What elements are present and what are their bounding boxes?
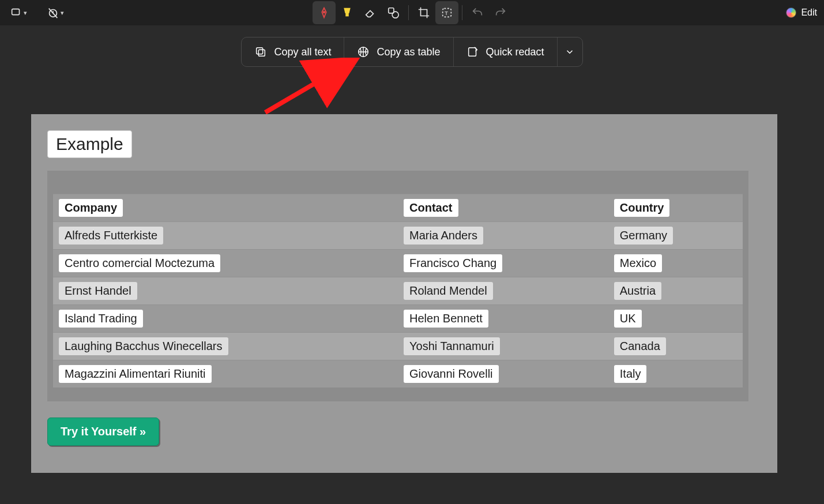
col-header-company: Company — [59, 199, 123, 217]
shapes-tool[interactable] — [382, 1, 405, 24]
try-it-yourself-button[interactable]: Try it Yourself » — [47, 418, 159, 446]
palette-icon — [786, 7, 796, 18]
edit-button[interactable]: Edit — [786, 7, 817, 18]
cell-country: Canada — [614, 337, 666, 355]
quick-redact-button[interactable]: Quick redact — [453, 37, 557, 66]
example-heading: Example — [47, 130, 132, 158]
table-row: Laughing Bacchus Winecellars Yoshi Tanna… — [53, 333, 743, 360]
quick-redact-dropdown[interactable] — [557, 37, 582, 66]
sample-table: Company Contact Country Alfreds Futterki… — [53, 194, 743, 388]
cell-country: Mexico — [614, 254, 662, 272]
edit-label: Edit — [801, 7, 817, 18]
svg-point-7 — [392, 12, 398, 18]
cell-company: Ernst Handel — [59, 282, 137, 300]
top-toolbar: ▾ ▾ T — [0, 0, 824, 25]
table-row: Magazzini Alimentari Riuniti Giovanni Ro… — [53, 360, 743, 388]
pen-tool[interactable] — [313, 1, 336, 24]
svg-text:T: T — [445, 10, 448, 16]
highlighter-tool[interactable] — [336, 1, 359, 24]
cell-country: Austria — [614, 282, 661, 300]
cell-company: Centro comercial Moctezuma — [59, 254, 220, 272]
table-header-row: Company Contact Country — [53, 194, 743, 222]
cell-contact: Francisco Chang — [404, 254, 502, 272]
cell-country: Germany — [614, 227, 673, 245]
shape-tool-dropdown[interactable]: ▾ — [7, 1, 30, 24]
svg-rect-0 — [12, 9, 20, 15]
cell-company: Island Trading — [59, 310, 143, 328]
undo-button[interactable] — [466, 1, 489, 24]
svg-line-14 — [265, 63, 349, 112]
captured-content: Example Company Contact Country Alfreds … — [31, 114, 777, 473]
redo-button[interactable] — [489, 1, 512, 24]
col-header-contact: Contact — [404, 199, 458, 217]
cell-company: Laughing Bacchus Winecellars — [59, 337, 228, 355]
toolbar-separator — [408, 5, 409, 20]
cell-contact: Roland Mendel — [404, 282, 493, 300]
svg-rect-5 — [346, 13, 348, 16]
table-row: Ernst Handel Roland Mendel Austria — [53, 277, 743, 305]
timer-tool-dropdown[interactable]: ▾ — [44, 1, 67, 24]
chevron-down-icon: ▾ — [24, 9, 27, 17]
toolbar-separator — [462, 5, 462, 20]
cell-company: Alfreds Futterkiste — [59, 227, 163, 245]
eraser-tool[interactable] — [359, 1, 382, 24]
copy-all-text-button[interactable]: Copy all text — [242, 37, 344, 66]
table-row: Alfreds Futterkiste Maria Anders Germany — [53, 222, 743, 250]
cell-contact: Yoshi Tannamuri — [404, 337, 500, 355]
cell-company: Magazzini Alimentari Riuniti — [59, 365, 212, 383]
copy-all-text-label: Copy all text — [274, 46, 331, 58]
copy-as-table-label: Copy as table — [377, 46, 440, 58]
example-box: Company Contact Country Alfreds Futterki… — [47, 171, 748, 401]
svg-point-4 — [323, 12, 325, 13]
cell-country: Italy — [614, 365, 647, 383]
col-header-country: Country — [614, 199, 670, 217]
quick-redact-label: Quick redact — [486, 46, 544, 58]
text-extract-tool[interactable]: T — [435, 1, 458, 24]
svg-rect-13 — [468, 48, 476, 57]
cell-country: UK — [614, 310, 642, 328]
table-row: Island Trading Helen Bennett UK — [53, 305, 743, 333]
cell-contact: Giovanni Rovelli — [404, 365, 499, 383]
table-row: Centro comercial Moctezuma Francisco Cha… — [53, 250, 743, 277]
svg-rect-10 — [259, 50, 265, 56]
chevron-down-icon: ▾ — [61, 9, 64, 17]
svg-rect-11 — [257, 48, 263, 54]
copy-as-table-button[interactable]: Copy as table — [344, 37, 453, 66]
text-actions-bar: Copy all text Copy as table Quick redact — [0, 37, 824, 67]
cell-contact: Maria Anders — [404, 227, 483, 245]
crop-tool[interactable] — [412, 1, 435, 24]
cell-contact: Helen Bennett — [404, 310, 488, 328]
